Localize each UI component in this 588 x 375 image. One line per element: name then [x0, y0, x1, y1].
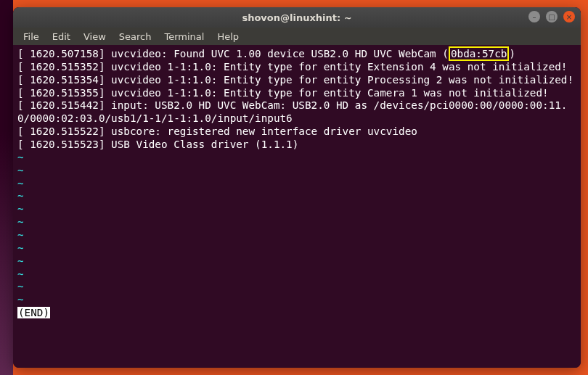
pager-end-marker: (END): [17, 307, 50, 318]
terminal-output[interactable]: [ 1620.507158] uvcvideo: Found UVC 1.00 …: [13, 45, 581, 368]
desktop-edge: [0, 0, 13, 375]
pager-tilde: ~: [17, 294, 24, 305]
titlebar[interactable]: shovon@linuxhint: ~ – □ ×: [13, 7, 581, 28]
menu-edit[interactable]: Edit: [46, 30, 76, 44]
close-button[interactable]: ×: [563, 11, 575, 22]
log-line: [ 1620.515352] uvcvideo 1-1:1.0: Entity …: [17, 61, 567, 73]
menubar: File Edit View Search Terminal Help: [13, 28, 581, 45]
pager-tilde: ~: [17, 255, 24, 267]
menu-help[interactable]: Help: [211, 30, 245, 44]
pager-tilde: ~: [17, 152, 24, 163]
pager-tilde: ~: [17, 229, 24, 241]
minimize-icon: –: [533, 13, 536, 21]
maximize-icon: □: [548, 13, 555, 21]
menu-file[interactable]: File: [17, 30, 45, 44]
pager-tilde: ~: [17, 178, 24, 189]
close-icon: ×: [566, 13, 572, 21]
pager-tilde: ~: [17, 190, 24, 202]
log-line: [ 1620.515354] uvcvideo 1-1:1.0: Entity …: [17, 74, 573, 86]
menu-search[interactable]: Search: [113, 30, 158, 44]
window-controls: – □ ×: [528, 11, 575, 22]
log-line: [ 1620.515522] usbcore: registered new i…: [17, 125, 417, 137]
log-line: ): [509, 48, 515, 59]
log-line: [ 1620.515355] uvcvideo 1-1:1.0: Entity …: [17, 87, 549, 99]
maximize-button[interactable]: □: [546, 11, 558, 22]
minimize-button[interactable]: –: [528, 11, 540, 22]
terminal-window: shovon@linuxhint: ~ – □ × File Edit View…: [13, 7, 581, 368]
pager-tilde: ~: [17, 216, 24, 228]
pager-tilde: ~: [17, 268, 24, 280]
pager-tilde: ~: [17, 165, 24, 176]
window-title: shovon@linuxhint: ~: [242, 12, 351, 23]
log-line: [ 1620.515442] input: USB2.0 HD UVC WebC…: [17, 99, 567, 124]
menu-view[interactable]: View: [78, 30, 112, 44]
pager-tilde: ~: [17, 203, 24, 215]
usb-id-highlight: 0bda:57cb: [449, 46, 509, 61]
pager-tilde: ~: [17, 242, 24, 254]
pager-tilde: ~: [17, 281, 24, 292]
log-line: [ 1620.507158] uvcvideo: Found UVC 1.00 …: [17, 48, 449, 59]
log-line: [ 1620.515523] USB Video Class driver (1…: [17, 139, 298, 150]
menu-terminal[interactable]: Terminal: [158, 30, 210, 44]
